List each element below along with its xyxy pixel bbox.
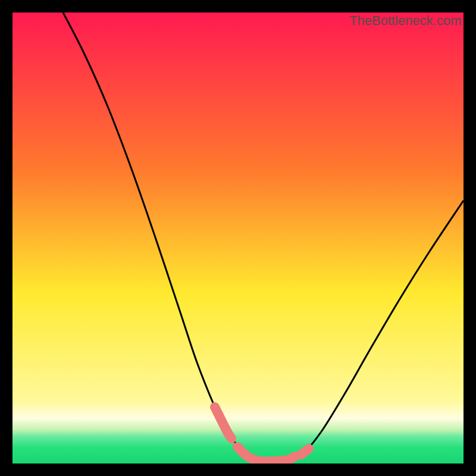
accent-segment-1 (237, 447, 295, 462)
watermark-text: TheBottleneck.com (350, 13, 462, 29)
chart-frame (12, 12, 464, 464)
accent-segment-2 (301, 449, 309, 455)
v-curve (63, 12, 464, 462)
accent-segment-0 (215, 407, 231, 439)
chart-curves (12, 12, 464, 464)
